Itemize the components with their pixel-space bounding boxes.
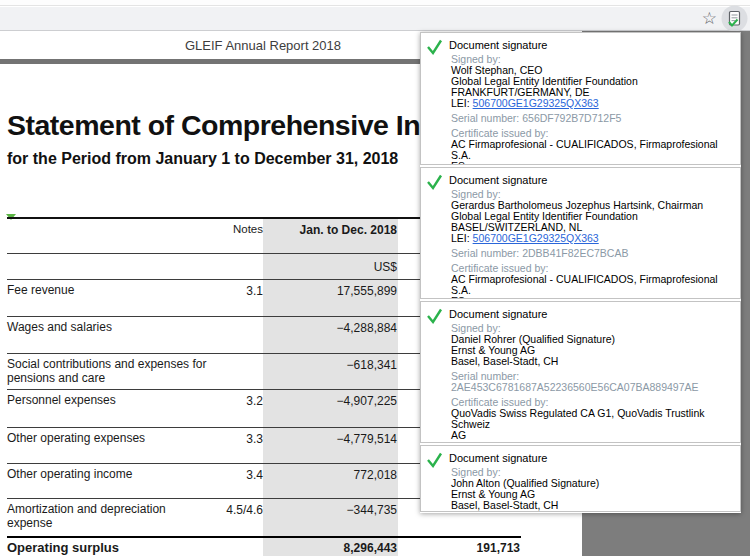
check-icon xyxy=(426,308,443,328)
row-notes: 3.4 xyxy=(217,464,263,482)
row-notes: 3.2 xyxy=(217,390,263,408)
row-value: −4,288,884 xyxy=(263,317,398,335)
total-value-2018: 8,296,443 xyxy=(263,538,398,555)
check-icon xyxy=(426,39,443,59)
total-label: Operating surplus xyxy=(7,538,217,555)
signature-title: Document signature xyxy=(449,174,732,186)
notes-column-header: Notes xyxy=(217,219,263,235)
lei-label: LEI: xyxy=(451,232,470,244)
signature-entry: Document signature Signed by: Daniel Roh… xyxy=(420,301,741,443)
signature-title: Document signature xyxy=(449,452,732,464)
total-value-2017: 191,713 xyxy=(398,538,521,555)
row-label: Other operating expenses xyxy=(7,428,217,446)
row-notes: 4.5/4.6 xyxy=(217,499,263,517)
row-label: Wages and salaries xyxy=(7,317,217,335)
signer-details: Gerardus Bartholomeus Jozephus Hartsink,… xyxy=(451,200,732,233)
serial-number: Serial number: 2AE453C6781687A52236560E5… xyxy=(451,371,732,393)
bookmark-star-icon[interactable]: ☆ xyxy=(702,9,717,29)
pdf-viewer-background[interactable]: GLEIF Annual Report 2018 Statement of Co… xyxy=(0,31,750,556)
browser-window: ☆ GLEIF Annual Report 2018 Statement of … xyxy=(0,0,750,556)
row-label: Fee revenue xyxy=(7,280,217,298)
signature-panel: Document signature Signed by: Wolf Steph… xyxy=(420,32,741,513)
row-label: Personnel expenses xyxy=(7,390,217,408)
signer-details: Daniel Rohrer (Qualified Signature) Erns… xyxy=(451,334,732,367)
period-column-header: Jan. to Dec. 2018 xyxy=(263,219,398,237)
signature-title: Document signature xyxy=(449,308,732,320)
row-notes: 3.3 xyxy=(217,428,263,446)
row-label: Social contributions and expenses for pe… xyxy=(7,354,217,385)
row-value: 17,555,899 xyxy=(263,280,398,298)
browser-toolbar: ☆ xyxy=(0,7,750,31)
cert-issuer: AC Firmaprofesional - CUALIFICADOS, Firm… xyxy=(451,139,732,165)
lei-link[interactable]: 506700GE1G29325QX363 xyxy=(473,97,599,109)
signature-title: Document signature xyxy=(449,39,732,51)
serial-number: Serial number: 656DF792B7D712F5 xyxy=(451,113,732,124)
row-notes xyxy=(217,354,263,358)
cert-issuer: QuoVadis Swiss Regulated CA G1, QuoVadis… xyxy=(451,408,732,443)
signature-entry: Document signature Signed by: Gerardus B… xyxy=(420,167,741,299)
signature-entry: Document signature Signed by: John Alton… xyxy=(420,445,741,512)
row-value: −618,341 xyxy=(263,354,398,372)
signer-details: Wolf Stephan, CEO Global Legal Entity Id… xyxy=(451,65,732,98)
row-value: −4,907,225 xyxy=(263,390,398,408)
total-row: Operating surplus 8,296,443 191,713 xyxy=(7,538,521,556)
row-notes: 3.1 xyxy=(217,280,263,298)
cert-issuer: AC Firmaprofesional - CUALIFICADOS, Firm… xyxy=(451,274,732,299)
currency-label: US$ xyxy=(263,254,398,274)
row-value: −4,779,514 xyxy=(263,428,398,446)
window-top-strip xyxy=(0,0,750,6)
row-notes xyxy=(217,317,263,321)
signature-extension-icon[interactable] xyxy=(721,5,748,32)
lei-label: LEI: xyxy=(451,97,470,109)
row-label: Other operating income xyxy=(7,464,217,482)
row-value: 772,018 xyxy=(263,464,398,482)
row-label: Amortization and depreciation expense xyxy=(7,499,217,530)
check-icon xyxy=(426,174,443,194)
document-subtitle: for the Period from January 1 to Decembe… xyxy=(7,150,398,168)
serial-number: Serial number: 2DBB41F82EC7BCAB xyxy=(451,248,732,259)
row-value: −344,735 xyxy=(263,499,398,517)
lei-link[interactable]: 506700GE1G29325QX363 xyxy=(473,232,599,244)
signer-details: John Alton (Qualified Signature) Ernst &… xyxy=(451,478,732,511)
check-icon xyxy=(426,452,443,472)
signature-entry: Document signature Signed by: Wolf Steph… xyxy=(420,32,741,165)
